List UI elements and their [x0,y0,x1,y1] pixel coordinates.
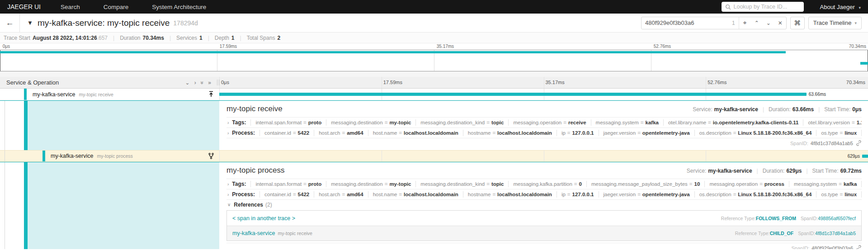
tags-kv-pill: messaging.operation=receive [508,119,590,126]
tags-summary-row[interactable]: ›Tags:internal.span.format=protomessagin… [226,117,862,127]
kv-equals: = [486,120,490,125]
reference-spanid-label: SpanID: [798,231,815,236]
reference-type-value: CHILD_OF [770,231,794,236]
kv-value: linux [844,130,857,136]
kv-equals: = [760,181,763,187]
tags-label: Tags: [232,181,246,187]
process-kv-pill: hostname=localhost.localdomain [463,191,557,198]
kv-key: messaging.system [596,120,639,125]
clear-search-icon[interactable]: ✕ [774,17,786,29]
about-jaeger-menu[interactable]: About Jaeger ▾ [820,4,861,10]
kv-key: os.description [699,192,731,197]
prev-match-icon[interactable]: ⌃ [751,17,763,29]
span-tree-accent-band [24,162,28,249]
span-detail-operation: my-topic receive [226,104,283,113]
tags-kv-pill: messaging.message_payload_size_bytes=10 [586,181,704,187]
trace-id-lookup-placeholder: Lookup by Trace ID... [734,4,788,10]
span-duration-bar[interactable] [219,93,807,96]
summary-item: Trace StartAugust 28 2022, 14:01:26.657 [4,35,108,41]
span-duration-bar[interactable] [862,155,868,158]
kv-equals: = [839,181,842,187]
span-color-accent [42,151,45,161]
summary-value: 70.34ms [143,35,164,41]
kv-equals: = [342,192,345,197]
keyboard-shortcuts-button[interactable]: ⌘ [790,17,805,29]
span-duration-label: 63.66ms [809,92,826,97]
span-detail-tint [28,162,219,249]
kv-key: messaging.destination [331,181,382,187]
references-summary-row[interactable]: ∨References (2) [226,199,862,209]
nav-item-system-architecture[interactable]: System Architecture [152,4,206,10]
collapse-all-icon[interactable]: » [199,81,205,84]
expand-one-icon[interactable]: › [194,80,196,86]
indent-guide-line [5,101,5,150]
detail-meta-label: Service: [687,168,706,174]
kv-equals: = [399,130,402,136]
process-kv-pill: container.id=5422 [259,191,314,198]
reference-row[interactable]: my-kafka-servicemy-topic receiveReferenc… [227,226,861,241]
tags-summary-row[interactable]: ›Tags:internal.span.format=protomessagin… [226,179,862,189]
nav-item-search[interactable]: Search [61,4,80,10]
trace-collapse-chevron-icon[interactable]: ▼ [27,19,33,26]
span-name-cell[interactable]: my-kafka-servicemy-topic receive [0,89,219,100]
tags-kv-pill: messaging.kafka.partition=0 [508,181,586,187]
detail-meta-value: 69.72ms [840,168,862,174]
summary-value: 1 [199,35,203,41]
span-name-cell[interactable]: my-kafka-servicemy-topic process [0,151,219,161]
back-button[interactable]: ← [0,14,20,33]
summary-item: Services1 [164,35,203,41]
process-summary-row[interactable]: ›Process:container.id=5422host.arch=amd6… [226,189,862,199]
link-icon[interactable] [856,140,862,146]
kv-value: 127.0.0.1 [572,192,594,197]
jaeger-logo[interactable]: JAEGER UI [7,3,41,10]
kv-value: Linux 5.18.18-200.fc36.x86_64 [738,192,811,197]
find-in-trace-input[interactable] [642,19,732,26]
kv-equals: = [733,130,736,136]
reference-row[interactable]: < span in another trace >Reference Type:… [227,211,861,226]
kv-key: messaging.destination [331,120,382,125]
span-operation-name: my-topic receive [79,92,113,97]
kv-value: receive [568,120,586,125]
kv-value: opentelemetry-java [642,130,690,136]
minimap-tick-labels: 0μs17.59ms35.17ms52.76ms70.34ms [0,43,868,50]
timeline-tick-label: 35.17ms [544,80,565,85]
span-timeline-cell[interactable]: 63.66ms [219,89,868,100]
trace-id-lookup-input[interactable]: Lookup by Trace ID... [722,2,804,12]
kv-equals: = [293,130,296,136]
tags-kv-pill: messaging.destination=my-topic [326,119,415,126]
span-timeline-cell[interactable]: 629μs [219,151,868,161]
spanid-value: 4f8d1c37d84a1ab5 [811,141,853,146]
span-row[interactable]: my-kafka-servicemy-topic process629μs [0,150,868,162]
focus-match-icon[interactable]: ⌖ [739,17,751,29]
process-kv-pill: host.name=localhost.localdomain [368,130,463,136]
span-row[interactable]: my-kafka-servicemy-topic receive63.66ms [0,89,868,100]
trace-view-selector[interactable]: Trace Timeline ▾ [808,17,862,29]
nav-item-compare[interactable]: Compare [104,4,129,10]
find-in-trace-box: 1 ⌖ ⌃ ⌄ ✕ [641,17,787,29]
trace-summary-bar: Trace StartAugust 28 2022, 14:01:26.657D… [0,33,868,43]
kv-value: my-topic [389,181,411,187]
summary-value-suffix: .657 [97,35,108,41]
link-icon[interactable] [856,245,862,249]
kv-value: localhost.localdomain [404,192,458,197]
next-match-icon[interactable]: ⌄ [763,17,774,29]
references-list: < span in another trace >Reference Type:… [226,210,862,241]
timeline-minimap[interactable] [0,50,868,71]
kv-value: Linux 5.18.18-200.fc36.x86_64 [738,130,811,136]
process-kv-pill: host.arch=amd64 [314,130,368,136]
minimap-span-bar [0,51,786,53]
process-summary-row[interactable]: ›Process:container.id=5422host.arch=amd6… [226,127,862,138]
kv-equals: = [492,130,495,136]
collapse-one-icon[interactable]: ⌄ [185,80,190,86]
reference-link[interactable]: < span in another trace > [232,215,295,222]
kv-value: 0 [579,181,582,187]
spanid-label: SpanID: [791,245,809,250]
chevron-right-icon: › [227,182,229,187]
tags-kv-pill: otel.library.name=io.o... [861,181,862,187]
span-detail-left-gutter [0,101,219,150]
expand-all-icon[interactable]: » [208,80,211,86]
tags-label: Tags: [232,119,246,126]
reference-link[interactable]: my-kafka-service [232,230,275,236]
kv-value: my-topic [389,120,411,125]
reference-operation: my-topic receive [278,231,312,236]
